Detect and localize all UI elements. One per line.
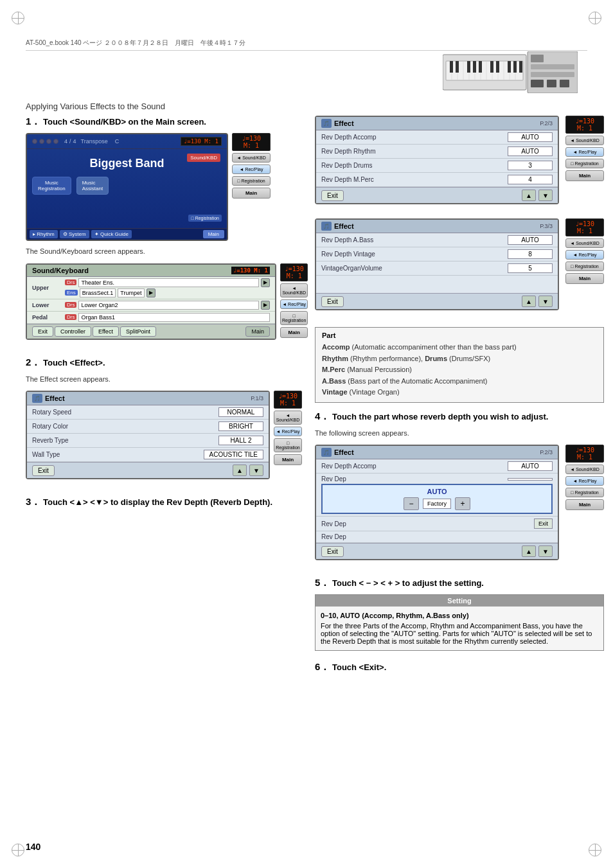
side-sound-kbd-1[interactable]: ◄ Sound/KBD — [232, 153, 271, 163]
side-rec-play-6[interactable]: ◄ Rec/Play — [565, 476, 604, 486]
kbd-tempo: ♩=130 M: 1 — [231, 267, 270, 274]
kbd-pedal-sounds: Drs Organ Bass1 — [65, 313, 270, 322]
music-reg-btn[interactable]: MusicRegistration — [32, 177, 71, 195]
svg-rect-23 — [519, 61, 522, 73]
effect-p1-exit[interactable]: Exit — [32, 465, 55, 476]
effect-popup-header: 🎵 Effect P.2/3 — [316, 446, 558, 459]
effect-p3-label1: Rev Depth A.Bass — [321, 236, 373, 244]
nav-up-1[interactable]: ▲ — [233, 465, 247, 476]
screen-note: C — [115, 138, 120, 145]
right-column: 🎵 Effect P.2/3 Rev Depth Accomp AUTO Rev… — [315, 116, 604, 684]
side-main-3[interactable]: Main — [274, 454, 302, 465]
popup-exit-btn[interactable]: Exit — [321, 546, 344, 557]
corner-bl — [12, 844, 24, 856]
step1-container: 1． Touch <Sound/KBD> on the Main screen. — [26, 116, 302, 346]
system-btn[interactable]: ⚙ System — [60, 230, 89, 238]
effect-p3-row1: Rev Depth A.Bass AUTO — [316, 233, 558, 247]
svg-rect-28 — [531, 80, 544, 87]
part-mperc: M.Perc — [322, 366, 345, 373]
header-bar: AT-500_e.book 140 ページ ２００８年７月２８日 月曜日 午後４… — [26, 39, 587, 51]
popup-inner-val: AUTO — [325, 488, 549, 495]
svg-rect-21 — [508, 61, 511, 73]
svg-rect-16 — [467, 61, 470, 73]
side-registration-3[interactable]: □ Registration — [274, 438, 302, 452]
kbd-splitpoint-btn[interactable]: SplitPoint — [120, 326, 156, 337]
kbd-main-btn[interactable]: Main — [245, 326, 270, 337]
nav-up-2[interactable]: ▲ — [522, 190, 536, 201]
kbd-upper-label: Upper — [32, 285, 61, 291]
quick-guide-btn[interactable]: ✦ Quick Guide — [91, 230, 132, 238]
effect-p2-exit[interactable]: Exit — [321, 190, 344, 201]
screen-sound-kbd-badge[interactable]: Sound/KBD — [187, 154, 220, 162]
side-main-6[interactable]: Main — [565, 499, 604, 510]
music-asst-btn[interactable]: MusicAssistant — [76, 177, 109, 195]
corner-br — [589, 844, 601, 856]
main-btn[interactable]: Main — [203, 230, 224, 238]
kbd-effect-btn[interactable]: Effect — [93, 326, 119, 337]
reg-side-btn[interactable]: □ Registration — [188, 215, 222, 222]
nav-up-3[interactable]: ▲ — [522, 296, 536, 307]
side-rec-play-1[interactable]: ◄ Rec/Play — [232, 164, 271, 174]
effect-p1-row2: Rotary Color BRIGHT — [27, 420, 269, 434]
popup-minus-btn[interactable]: − — [404, 497, 419, 510]
nav-up-popup[interactable]: ▲ — [522, 545, 536, 557]
popup-label4: Rev Dep — [321, 533, 346, 540]
effect-p2-label4: Rev Depth M.Perc — [321, 176, 374, 183]
side-main-4[interactable]: Main — [565, 170, 604, 181]
effect-p3-row3: VintageOrganVolume 5 — [316, 261, 558, 276]
screen-time-sig: 4 — [64, 138, 67, 145]
side-sound-kbd-6[interactable]: ◄ Sound/KBD — [565, 465, 604, 474]
upper-arrow1[interactable]: ▶ — [261, 278, 270, 287]
side-registration-2[interactable]: □ Registration — [280, 311, 308, 325]
nav-down-2[interactable]: ▼ — [538, 190, 553, 201]
nav-down-3[interactable]: ▼ — [538, 296, 553, 307]
popup-factory-btn[interactable]: Factory — [423, 499, 451, 509]
side-main-2[interactable]: Main — [280, 327, 308, 338]
upper-sound2: BrassSect.1 — [80, 288, 116, 297]
side-sound-kbd-4[interactable]: ◄ Sound/KBD — [565, 136, 604, 145]
kbd-exit-btn[interactable]: Exit — [32, 326, 53, 337]
effect-popup-page: P.2/3 — [540, 449, 553, 456]
side-sound-kbd-5[interactable]: ◄ Sound/KBD — [565, 238, 604, 248]
nav-down-1[interactable]: ▼ — [249, 465, 263, 476]
popup-exit-inline[interactable]: Exit — [534, 518, 553, 529]
effect-p3-exit[interactable]: Exit — [321, 296, 344, 307]
side-main-1[interactable]: Main — [232, 188, 271, 199]
effect-p2-group: 🎵 Effect P.2/3 Rev Depth Accomp AUTO Rev… — [315, 116, 604, 211]
screen-right-badge: Sound/KBD — [187, 154, 220, 164]
side-rec-play-5[interactable]: ◄ Rec/Play — [565, 250, 604, 260]
effect-popup-wrapper: 🎵 Effect P.2/3 Rev Depth Accomp AUTO — [315, 445, 562, 567]
upper-tag1: Drs — [65, 279, 76, 285]
side-rec-play-3[interactable]: ◄ Rec/Play — [274, 427, 302, 436]
side-rec-play-4[interactable]: ◄ Rec/Play — [565, 147, 604, 157]
side-sound-kbd-3[interactable]: ◄ Sound/KBD — [274, 411, 302, 425]
lower-sound: Lower Organ2 — [78, 301, 259, 310]
side-registration-1[interactable]: □ Registration — [232, 176, 271, 186]
effect-p1-side: ♩=130M: 1 ◄ Sound/KBD ◄ Rec/Play □ Regis… — [274, 391, 302, 486]
side-sound-kbd-2[interactable]: ◄ Sound/KBD — [280, 283, 308, 297]
effect-p3-side: ♩=130M: 1 ◄ Sound/KBD ◄ Rec/Play □ Regis… — [565, 218, 604, 317]
step2-num: 2． — [26, 357, 40, 368]
tempo-display-1: ♩=130M: 1 — [232, 133, 271, 151]
popup-label2: Rev Dep — [321, 475, 346, 483]
kbd-pedal-label: Pedal — [32, 314, 61, 321]
effect-p2-val4: 4 — [508, 175, 553, 184]
main-screen: 4 / 4 Transpose C ♩=130 M: 1 Biggest Ban… — [26, 133, 228, 241]
side-registration-4[interactable]: □ Registration — [565, 159, 604, 168]
setting-box-header: Setting — [315, 595, 603, 607]
kbd-title-text: Sound/Keyboard — [32, 267, 89, 274]
nav-down-popup[interactable]: ▼ — [538, 545, 553, 557]
lower-arrow[interactable]: ▶ — [261, 301, 270, 310]
screen-transpose: Transpose — [81, 138, 108, 145]
rhythm-btn[interactable]: ▸ Rhythm — [30, 230, 58, 238]
step1-heading: 1． Touch <Sound/KBD> on the Main screen. — [26, 116, 302, 128]
side-registration-5[interactable]: □ Registration — [565, 261, 604, 271]
side-rec-play-2[interactable]: ◄ Rec/Play — [280, 299, 308, 309]
side-registration-6[interactable]: □ Registration — [565, 488, 604, 497]
svg-rect-15 — [456, 61, 459, 73]
part-rhythm: Rhythm — [322, 355, 348, 362]
side-main-5[interactable]: Main — [565, 273, 604, 284]
upper-arrow2[interactable]: ▶ — [147, 288, 155, 297]
popup-plus-btn[interactable]: + — [455, 497, 470, 510]
kbd-controller-btn[interactable]: Controller — [55, 326, 91, 337]
